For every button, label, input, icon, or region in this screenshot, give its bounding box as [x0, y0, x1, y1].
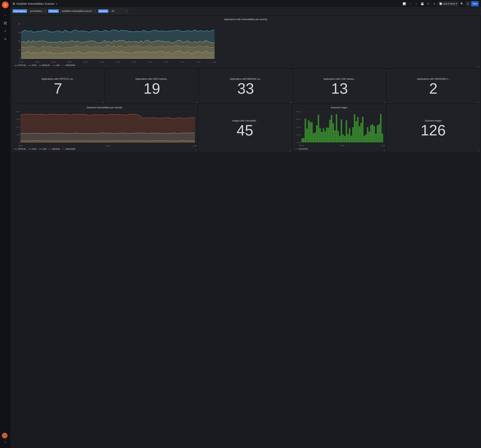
severity-select-wrap: All CRITICAL HIGH MEDIUM LOW UNKNOWN	[110, 9, 128, 13]
panel-corner	[195, 149, 197, 151]
vuln-legend-unknown-color	[62, 149, 65, 149]
stat-panel-critical-value: 7	[54, 81, 62, 96]
legend-unknown: UNKNOWN	[62, 64, 75, 66]
vuln-legend-unknown-label: UNKNOWN	[65, 148, 75, 150]
sidebar: ⚙ + ✦ ⚙ 🎮 ?	[0, 0, 10, 448]
topbar: ⊞ Estafette Vulnerabilities Scanner ▾ 📊 …	[10, 0, 481, 8]
vuln-legend-medium-label: MEDIUM	[52, 148, 60, 150]
scanned-images-stat-value: 126	[421, 123, 446, 138]
add-panel-button[interactable]: 📊	[402, 1, 407, 6]
app-logo[interactable]: ⚙	[2, 1, 9, 8]
save-button[interactable]: 💾	[420, 1, 425, 6]
vuln-legend-medium-color	[49, 149, 51, 149]
panel-corner	[383, 149, 385, 151]
vuln-legend-low-color	[39, 149, 42, 149]
vuln-legend-critical: CRITICAL	[14, 148, 26, 150]
legend-critical-color	[14, 65, 17, 66]
sidebar-item-explore[interactable]: ✦	[2, 28, 9, 34]
refresh-interval-dropdown: ▾	[476, 2, 477, 5]
legend-medium: MEDIUM	[39, 64, 50, 66]
vuln-per-severity-panel: Detected vulnerabilities per severity CR…	[12, 105, 197, 151]
time-dropdown-icon: ▾	[456, 2, 457, 5]
scanned-images-chart-title: Scanned images	[293, 105, 385, 110]
vuln-chart-canvas	[12, 110, 197, 147]
svg-rect-1	[6, 22, 7, 23]
vuln-chart-legend: CRITICAL HIGH LOW MEDIUM	[12, 147, 197, 151]
search-button[interactable]: 🔍	[459, 1, 465, 6]
star-button[interactable]: ☆	[408, 1, 413, 6]
datasource-select-wrap: prometheus	[29, 9, 47, 13]
stat-panel-high: Applications with HIGH vulnera... 19	[105, 69, 198, 103]
vuln-legend-high: HIGH	[29, 148, 37, 150]
svg-rect-0	[4, 22, 5, 23]
grid-icon: ⊞	[13, 2, 15, 6]
severity-label: Severity	[98, 9, 109, 13]
release-label: Release	[48, 9, 59, 13]
share-button[interactable]: ⇪	[414, 1, 419, 6]
svg-rect-3	[6, 23, 7, 24]
vuln-legend-low: LOW	[39, 148, 47, 150]
vuln-legend-unknown: UNKNOWN	[62, 148, 75, 150]
dashboard: Applications with vulnerabilities per se…	[10, 15, 481, 448]
main-content: ⊞ Estafette Vulnerabilities Scanner ▾ 📊 …	[10, 0, 481, 448]
legend-high-color	[29, 65, 31, 66]
datasource-label: Data Source	[13, 9, 27, 13]
release-select-wrap: estafette-vulnerability-scanner	[60, 9, 97, 13]
legend-low: LOW	[52, 64, 60, 66]
stat-panel-critical: Applications with CRITICAL vul... 7	[12, 69, 104, 103]
vuln-per-severity-title: Detected vulnerabilities per severity	[12, 105, 197, 110]
sidebar-item-help[interactable]: ?	[2, 439, 9, 446]
refresh-button[interactable]: ↻	[466, 1, 470, 6]
panel-corner	[477, 149, 479, 151]
scanned-images-stat-panel: Scanned images 126	[387, 105, 480, 151]
title-dropdown-icon[interactable]: ▾	[56, 2, 57, 5]
svg-rect-2	[4, 23, 5, 24]
filterbar: Data Source prometheus Release estafette…	[10, 8, 481, 15]
panel-corner	[102, 101, 104, 103]
legend-unknown-color	[62, 65, 65, 66]
refresh-interval[interactable]: 30s ▾	[471, 1, 479, 6]
panel-corner	[477, 66, 479, 68]
legend-critical: CRITICAL	[14, 64, 26, 66]
stat-panel-low-value: 13	[331, 81, 348, 96]
legend-high-label: HIGH	[32, 64, 37, 66]
stat-panel-high-value: 19	[143, 81, 160, 96]
sidebar-avatar[interactable]: 🎮	[2, 433, 8, 438]
refresh-interval-label: 30s	[473, 2, 476, 5]
scanned-images-chart-panel: Scanned images succeeded	[293, 105, 385, 151]
topbar-actions: 📊 ☆ ⇪ 💾 ⚙ 🖥 🕐 Last 6 hours ▾ 🔍 ↻ 30s ▾	[402, 1, 479, 6]
stat-panel-low: Applications with LOW vulnera... 13	[293, 69, 386, 103]
scanned-chart-canvas	[293, 110, 385, 147]
vuln-legend-high-color	[29, 149, 31, 149]
release-select[interactable]: estafette-vulnerability-scanner	[60, 9, 97, 13]
vuln-legend-critical-color	[14, 149, 17, 149]
severity-select[interactable]: All CRITICAL HIGH MEDIUM LOW UNKNOWN	[110, 9, 128, 13]
legend-high: HIGH	[29, 64, 37, 66]
tv-mode-button[interactable]: 🖥	[432, 1, 437, 6]
time-range-button[interactable]: 🕐 Last 6 hours ▾	[438, 1, 459, 6]
images-with-vuln-value: 45	[237, 123, 253, 138]
panel-corner	[289, 149, 291, 151]
stat-panel-medium-value: 33	[237, 81, 254, 96]
scanned-chart-legend: succeeded	[293, 147, 385, 151]
topbar-title-area: ⊞ Estafette Vulnerabilities Scanner ▾	[13, 2, 57, 6]
vuln-legend-medium: MEDIUM	[49, 148, 60, 150]
sidebar-item-settings[interactable]: ⚙	[2, 36, 9, 42]
legend-medium-label: MEDIUM	[42, 64, 50, 66]
stat-panel-unknown-value: 2	[429, 81, 438, 96]
images-with-vuln-panel: Images with vulnerabilit... 45	[199, 105, 291, 151]
datasource-select[interactable]: prometheus	[29, 9, 47, 13]
panel-corner	[196, 101, 198, 103]
vuln-legend-critical-label: CRITICAL	[18, 148, 26, 150]
time-range-label: Last 6 hours	[443, 2, 455, 5]
bottom-panels-row: Detected vulnerabilities per severity CR…	[12, 105, 480, 151]
legend-unknown-label: UNKNOWN	[65, 64, 75, 66]
stat-panels-row: Applications with CRITICAL vul... 7 Appl…	[12, 69, 480, 103]
scanned-legend-succeeded: succeeded	[295, 148, 308, 150]
scanned-legend-succeeded-label: succeeded	[299, 148, 308, 150]
settings-button[interactable]: ⚙	[426, 1, 431, 6]
panel-corner	[384, 101, 386, 103]
sidebar-item-add[interactable]: +	[2, 12, 9, 19]
sidebar-item-dashboard[interactable]	[2, 20, 9, 27]
main-chart-title: Applications with vulnerabilities per se…	[12, 16, 479, 22]
